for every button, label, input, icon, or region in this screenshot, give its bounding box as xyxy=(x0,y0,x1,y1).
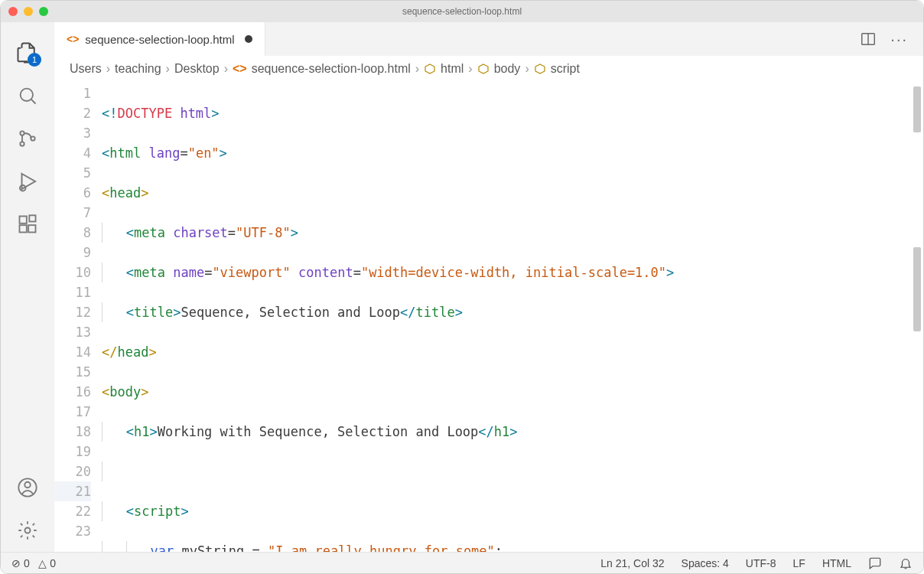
file-lang-icon: <> xyxy=(67,33,79,45)
svg-rect-9 xyxy=(28,225,35,232)
split-editor-button[interactable] xyxy=(860,31,877,47)
breadcrumb-symbol[interactable]: body xyxy=(494,62,521,76)
chevron-right-icon: › xyxy=(415,62,419,76)
run-debug-button[interactable] xyxy=(11,165,44,198)
titlebar: sequence-selection-loop.html xyxy=(1,1,923,22)
source-control-button[interactable] xyxy=(11,122,44,155)
breadcrumb-file[interactable]: sequence-selection-loop.html xyxy=(252,62,411,76)
breadcrumb-symbol[interactable]: script xyxy=(551,62,580,76)
explorer-button[interactable]: 1 xyxy=(11,36,44,70)
chevron-right-icon: › xyxy=(224,62,228,76)
svg-point-0 xyxy=(21,89,33,101)
svg-point-2 xyxy=(20,131,24,135)
breadcrumb-item[interactable]: Users xyxy=(70,62,102,76)
traffic-lights xyxy=(8,7,48,16)
main: 1 <> sequence-selection-loop.html xyxy=(1,22,923,552)
extensions-button[interactable] xyxy=(11,207,44,241)
svg-line-1 xyxy=(31,99,36,104)
problems-button[interactable]: ⊘ 0 △ 0 xyxy=(11,557,56,569)
chevron-right-icon: › xyxy=(525,62,529,76)
breadcrumb-item[interactable]: teaching xyxy=(115,62,161,76)
symbol-icon xyxy=(424,63,436,75)
accounts-button[interactable] xyxy=(11,471,44,504)
tab-bar: <> sequence-selection-loop.html ··· xyxy=(54,22,923,56)
svg-rect-8 xyxy=(20,225,27,232)
line-number-gutter: 1 2 3 4 5 6 7 8 9 10 11 12 13 14 15 16 1… xyxy=(54,82,102,552)
search-button[interactable] xyxy=(11,79,44,113)
symbol-icon xyxy=(477,63,490,75)
zoom-window-button[interactable] xyxy=(39,7,48,16)
svg-point-3 xyxy=(20,142,24,145)
notifications-button[interactable] xyxy=(899,556,913,570)
explorer-badge: 1 xyxy=(28,53,41,67)
svg-rect-7 xyxy=(20,217,27,223)
dirty-indicator-icon xyxy=(245,35,252,43)
warning-icon: △ xyxy=(38,557,47,569)
more-actions-button[interactable]: ··· xyxy=(890,31,908,48)
cursor-position[interactable]: Ln 21, Col 32 xyxy=(600,557,664,569)
encoding-button[interactable]: UTF-8 xyxy=(746,557,776,569)
file-icon: <> xyxy=(233,62,247,76)
editor-group: <> sequence-selection-loop.html ··· User… xyxy=(54,22,923,552)
svg-point-13 xyxy=(25,528,31,533)
status-bar: ⊘ 0 △ 0 Ln 21, Col 32 Spaces: 4 UTF-8 LF… xyxy=(1,552,923,573)
svg-rect-10 xyxy=(29,215,35,221)
indentation-button[interactable]: Spaces: 4 xyxy=(682,557,729,569)
svg-marker-5 xyxy=(22,174,36,189)
window-title: sequence-selection-loop.html xyxy=(402,6,522,17)
chevron-right-icon: › xyxy=(468,62,472,76)
activity-bar: 1 xyxy=(1,22,54,552)
text-editor[interactable]: 1 2 3 4 5 6 7 8 9 10 11 12 13 14 15 16 1… xyxy=(54,82,923,552)
chevron-right-icon: › xyxy=(106,62,110,76)
symbol-icon xyxy=(534,63,546,75)
breadcrumbs[interactable]: Users › teaching › Desktop › <> sequence… xyxy=(54,56,923,82)
breadcrumb-symbol[interactable]: html xyxy=(441,62,464,76)
language-mode-button[interactable]: HTML xyxy=(822,557,851,569)
code-area[interactable]: <!DOCTYPE html> <html lang="en"> <head> … xyxy=(102,82,911,552)
error-icon: ⊘ xyxy=(11,557,21,569)
eol-button[interactable]: LF xyxy=(793,557,805,569)
editor-tab[interactable]: <> sequence-selection-loop.html xyxy=(54,22,265,56)
tab-filename: sequence-selection-loop.html xyxy=(85,33,234,46)
chevron-right-icon: › xyxy=(166,62,170,76)
feedback-button[interactable] xyxy=(868,556,882,570)
settings-button[interactable] xyxy=(11,514,44,547)
minimize-window-button[interactable] xyxy=(24,7,33,16)
close-window-button[interactable] xyxy=(8,7,18,16)
svg-point-12 xyxy=(24,482,30,488)
scrollbar-minimap[interactable] xyxy=(911,82,923,552)
breadcrumb-item[interactable]: Desktop xyxy=(174,62,220,76)
